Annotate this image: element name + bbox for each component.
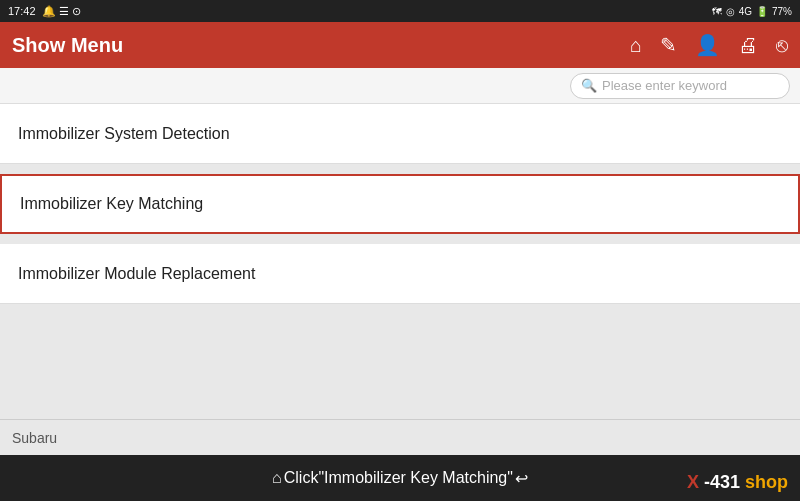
page-title: Show Menu bbox=[12, 34, 123, 57]
home-icon[interactable]: ⌂ bbox=[630, 34, 642, 57]
search-placeholder: Please enter keyword bbox=[602, 78, 727, 93]
exit-icon[interactable]: ⎋ bbox=[776, 34, 788, 57]
battery-icon: 🔋 bbox=[756, 6, 768, 17]
bottom-home-icon: ⌂ bbox=[272, 469, 282, 487]
top-nav-bar: Show Menu ⌂ ✎ 👤 🖨 ⎋ bbox=[0, 22, 800, 68]
signal-icons: 🔔 ☰ ⊙ bbox=[42, 5, 81, 18]
menu-gap bbox=[0, 234, 800, 244]
brand-x: X bbox=[687, 472, 699, 492]
bottom-back-icon: ↩ bbox=[515, 469, 528, 488]
time-display: 17:42 bbox=[8, 5, 36, 17]
bottom-bar: ⌂ Click"Immobilizer Key Matching" ↩ X -4… bbox=[0, 455, 800, 501]
list-item[interactable]: Immobilizer Key Matching bbox=[0, 174, 800, 234]
status-right: 🗺 ◎ 4G 🔋 77% bbox=[712, 6, 792, 17]
search-wrapper[interactable]: 🔍 Please enter keyword bbox=[570, 73, 790, 99]
brand-dash: -431 bbox=[704, 472, 740, 492]
menu-gap bbox=[0, 164, 800, 174]
user-icon[interactable]: 👤 bbox=[695, 33, 720, 57]
menu-item-label: Immobilizer Key Matching bbox=[20, 195, 203, 213]
map-icon: 🗺 bbox=[712, 6, 722, 17]
bottom-instruction: Click"Immobilizer Key Matching" bbox=[284, 469, 513, 487]
print-icon[interactable]: 🖨 bbox=[738, 34, 758, 57]
content-area: 🔍 Please enter keyword Immobilizer Syste… bbox=[0, 68, 800, 419]
list-item[interactable]: Immobilizer Module Replacement bbox=[0, 244, 800, 304]
menu-item-label: Immobilizer System Detection bbox=[18, 125, 230, 143]
battery-level: 77% bbox=[772, 6, 792, 17]
nav-icons: ⌂ ✎ 👤 🖨 ⎋ bbox=[630, 33, 788, 57]
edit-icon[interactable]: ✎ bbox=[660, 33, 677, 57]
network-icon: 4G bbox=[739, 6, 752, 17]
list-item[interactable]: Immobilizer System Detection bbox=[0, 104, 800, 164]
brand-logo: X -431 shop bbox=[687, 472, 788, 493]
brand-shop: shop bbox=[745, 472, 788, 492]
menu-item-label: Immobilizer Module Replacement bbox=[18, 265, 255, 283]
footer-label: Subaru bbox=[0, 419, 800, 455]
status-time: 17:42 🔔 ☰ ⊙ bbox=[8, 5, 81, 18]
search-bar: 🔍 Please enter keyword bbox=[0, 68, 800, 104]
footer-text: Subaru bbox=[12, 430, 57, 446]
gps-icon: ◎ bbox=[726, 6, 735, 17]
search-icon: 🔍 bbox=[581, 78, 597, 93]
status-bar: 17:42 🔔 ☰ ⊙ 🗺 ◎ 4G 🔋 77% bbox=[0, 0, 800, 22]
